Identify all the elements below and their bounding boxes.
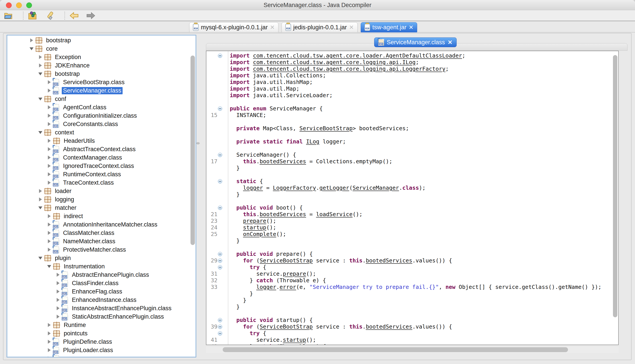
tree-item[interactable]: plugin bbox=[7, 254, 190, 262]
tree-item[interactable]: core bbox=[7, 44, 190, 53]
code-area[interactable]: import com.tencent.cloud.tsw.agent.core.… bbox=[206, 52, 611, 345]
code-link[interactable]: startup bbox=[243, 224, 266, 231]
collapse-fold-icon[interactable] bbox=[218, 179, 222, 184]
expand-arrow-icon[interactable] bbox=[47, 239, 52, 243]
tree-item[interactable]: 010CoreConstants.class bbox=[7, 120, 190, 128]
expand-arrow-icon[interactable] bbox=[47, 156, 52, 160]
expand-arrow-icon[interactable] bbox=[47, 248, 52, 252]
tree-item[interactable]: 010IgnoredTraceContext.class bbox=[7, 162, 190, 170]
tree-item[interactable]: matcher bbox=[7, 204, 190, 212]
expand-arrow-icon[interactable] bbox=[47, 332, 52, 335]
close-icon[interactable]: ✕ bbox=[409, 24, 413, 30]
expand-arrow-icon[interactable] bbox=[47, 214, 52, 218]
code-link[interactable]: bootedServices bbox=[260, 211, 306, 218]
code-link[interactable]: bootedServices bbox=[366, 324, 412, 330]
expand-arrow-icon[interactable] bbox=[47, 172, 52, 176]
collapse-fold-icon[interactable] bbox=[218, 258, 222, 263]
tree-item[interactable]: 010ClassFinder.class bbox=[7, 279, 190, 287]
collapse-arrow-icon[interactable] bbox=[38, 257, 43, 260]
code-link[interactable]: ServiceBootStrap bbox=[260, 324, 313, 330]
tree-item[interactable]: 010ContextManager.class bbox=[7, 153, 190, 162]
expand-arrow-icon[interactable] bbox=[56, 306, 61, 310]
expand-arrow-icon[interactable] bbox=[47, 122, 52, 126]
expand-arrow-icon[interactable] bbox=[47, 222, 52, 226]
code-link[interactable]: prepare bbox=[283, 270, 306, 277]
tree-item[interactable]: 010EnhancedInstance.class bbox=[7, 296, 190, 304]
expand-arrow-icon[interactable] bbox=[47, 88, 52, 92]
code-link[interactable]: com.tencent.cloud.tsw.agent.core.logging… bbox=[253, 59, 416, 66]
expand-arrow-icon[interactable] bbox=[29, 38, 34, 42]
collapse-fold-icon[interactable] bbox=[218, 153, 222, 157]
tree-item[interactable]: 010EnhanceFlag.class bbox=[7, 287, 190, 296]
forward-button[interactable] bbox=[86, 11, 96, 20]
code-link[interactable]: com.tencent.cloud.tsw.agent.core.loader.… bbox=[253, 52, 462, 59]
close-icon[interactable]: ✕ bbox=[349, 24, 354, 30]
tree-item[interactable]: context bbox=[7, 128, 190, 136]
tree-item[interactable]: 010TraceContext.class bbox=[7, 178, 190, 187]
collapse-arrow-icon[interactable] bbox=[29, 47, 34, 50]
expand-arrow-icon[interactable] bbox=[38, 64, 43, 68]
expand-arrow-icon[interactable] bbox=[47, 340, 52, 344]
expand-arrow-icon[interactable] bbox=[38, 198, 43, 202]
collapse-fold-icon[interactable] bbox=[218, 318, 222, 322]
collapse-fold-icon[interactable] bbox=[218, 206, 222, 210]
tree-item[interactable]: Runtime bbox=[7, 321, 190, 329]
tree-item[interactable]: JDKEnhance bbox=[7, 61, 190, 70]
collapse-arrow-icon[interactable] bbox=[47, 265, 52, 268]
jar-tab[interactable]: 010tsw-agent.jar✕ bbox=[361, 22, 417, 32]
tree-item[interactable]: 010ServiceManager.class bbox=[7, 86, 190, 95]
code-link[interactable]: LoggerFactory bbox=[273, 185, 316, 191]
expand-arrow-icon[interactable] bbox=[56, 281, 61, 285]
tree-item[interactable]: 010AnnotationInheritanceMatcher.class bbox=[7, 220, 190, 229]
editor-tab[interactable]: 010 ServiceManager.class ✕ bbox=[374, 38, 457, 47]
code-horizontal-scrollbar[interactable] bbox=[223, 347, 568, 352]
close-icon[interactable]: ✕ bbox=[270, 24, 275, 30]
expand-arrow-icon[interactable] bbox=[47, 147, 52, 151]
tree-item[interactable]: 010ProtectiveMatcher.class bbox=[7, 246, 190, 254]
tree-item[interactable]: 010PluginLoader.class bbox=[7, 346, 190, 354]
code-link[interactable]: ServiceManager bbox=[353, 185, 399, 191]
code-link[interactable]: bootedServices bbox=[366, 257, 412, 264]
code-horizontal-scrollbar-track[interactable] bbox=[206, 346, 619, 353]
splitter-handle[interactable] bbox=[196, 142, 200, 144]
open-file-button[interactable] bbox=[4, 11, 13, 20]
code-link[interactable]: logger bbox=[243, 185, 263, 191]
code-link[interactable]: ServiceBootStrap bbox=[260, 257, 313, 264]
tree-item[interactable]: 010ServiceBootStrap.class bbox=[7, 78, 190, 86]
code-link[interactable]: com.tencent.cloud.tsw.agent.core.logging… bbox=[253, 66, 445, 72]
tree-item[interactable]: bootstrap bbox=[7, 70, 190, 78]
tree-item[interactable]: bootstrap bbox=[7, 36, 190, 44]
code-link[interactable]: loadService bbox=[316, 211, 353, 218]
code-link[interactable]: ILog bbox=[306, 138, 319, 145]
close-icon[interactable]: ✕ bbox=[448, 40, 452, 45]
open-type-button[interactable] bbox=[28, 11, 38, 20]
collapse-arrow-icon[interactable] bbox=[38, 206, 43, 209]
tree-item[interactable]: 010ConfigurationInitializer.class bbox=[7, 112, 190, 120]
tree-item[interactable]: 010ClassMatcher.class bbox=[7, 229, 190, 237]
expand-arrow-icon[interactable] bbox=[47, 139, 52, 143]
tree-item[interactable]: 010AgentConf.class bbox=[7, 103, 190, 112]
tree-item[interactable]: HeaderUtils bbox=[7, 136, 190, 145]
tree-scrollbar[interactable] bbox=[191, 56, 195, 245]
expand-arrow-icon[interactable] bbox=[47, 356, 52, 358]
collapse-arrow-icon[interactable] bbox=[38, 72, 43, 75]
jar-tab[interactable]: 010jedis-plugin-0.0.1.jar✕ bbox=[282, 22, 358, 32]
collapse-fold-icon[interactable] bbox=[218, 331, 222, 336]
code-link[interactable]: onComplete bbox=[243, 231, 276, 237]
tree-item[interactable]: Exception bbox=[7, 53, 190, 61]
expand-arrow-icon[interactable] bbox=[47, 231, 52, 235]
tree-item[interactable]: 010 bbox=[7, 354, 190, 358]
expand-arrow-icon[interactable] bbox=[47, 323, 52, 327]
expand-arrow-icon[interactable] bbox=[47, 105, 52, 109]
code-link[interactable]: logger bbox=[256, 284, 276, 290]
tree-item[interactable]: 010RuntimeContext.class bbox=[7, 170, 190, 178]
code-vertical-scrollbar[interactable] bbox=[613, 55, 617, 317]
tree-item[interactable]: 010AbstractEnhancePlugin.class bbox=[7, 270, 190, 279]
tree-item[interactable]: 010NameMatcher.class bbox=[7, 237, 190, 246]
expand-arrow-icon[interactable] bbox=[38, 55, 43, 59]
tree-item[interactable]: conf bbox=[7, 95, 190, 103]
tree-item[interactable]: indirect bbox=[7, 212, 190, 220]
code-link[interactable]: prepare bbox=[243, 218, 266, 224]
collapse-fold-icon[interactable] bbox=[218, 324, 222, 329]
expand-arrow-icon[interactable] bbox=[47, 80, 52, 84]
